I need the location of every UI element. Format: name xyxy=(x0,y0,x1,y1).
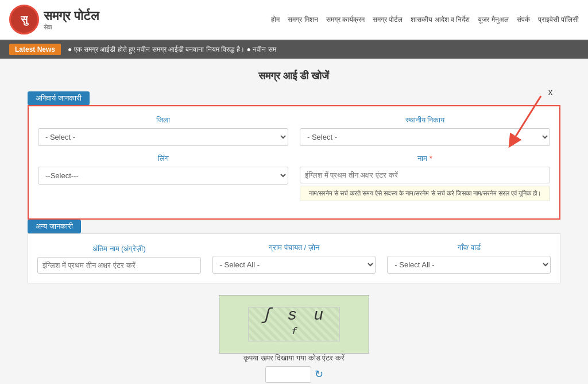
naam-group: नाम * नाम/सरनेम से सर्च करते समय ऐसे सदस… xyxy=(300,154,550,201)
nav-home[interactable]: होम xyxy=(271,16,280,24)
nav-manual[interactable]: यूजर मैनुअल xyxy=(478,16,508,24)
nav-portal[interactable]: समग्र पोर्टल xyxy=(373,16,403,24)
captcha-refresh-button[interactable]: ↻ xyxy=(315,368,323,381)
other-section: अन्य जानकारी अंतिम नाम (अंग्रेज़ी) ग्राम… xyxy=(28,220,560,283)
ling-select[interactable]: --Select--- xyxy=(38,167,288,185)
news-label: Latest News xyxy=(9,44,61,55)
other-section-label-text: अन्य जानकारी xyxy=(28,220,81,233)
news-text: ● एक समग्र आईडी होते हुए नवीन समग्र आईडी… xyxy=(68,45,276,53)
other-form-box: अंतिम नाम (अंग्रेज़ी) ग्राम पंचायत / ज़ो… xyxy=(28,233,560,283)
logo-area: सु समग्र पोर्टल सेवा xyxy=(9,5,99,34)
gram-panchayat-select[interactable]: - Select All - xyxy=(212,256,376,274)
svg-line-1 xyxy=(512,96,541,142)
mandatory-label-text: अनिवार्य जानकारी xyxy=(28,91,90,105)
nav-contact[interactable]: संपर्क xyxy=(517,16,530,24)
gaon-ward-select[interactable]: - Select All - xyxy=(387,256,551,274)
form-row-1: जिला - Select - स्थानीय निकाय - Select - xyxy=(38,116,550,146)
nav-orders[interactable]: शासकीय आदेश व निर्देश xyxy=(411,16,470,24)
nav-privacy[interactable]: प्राइवेसी पॉलिसी xyxy=(538,16,579,24)
jila-group: जिला - Select - xyxy=(38,116,288,146)
captcha-label: कृपया ऊपर दिखाया गया कोड एंटर करें xyxy=(28,354,560,363)
logo-icon: सु xyxy=(9,5,39,34)
antim-naam-input[interactable] xyxy=(37,257,201,274)
gram-panchayat-label: ग्राम पंचायत / ज़ोन xyxy=(212,243,376,252)
nav-program[interactable]: समग्र कार्यक्रम xyxy=(326,16,365,24)
other-form-row: अंतिम नाम (अंग्रेज़ी) ग्राम पंचायत / ज़ो… xyxy=(37,243,551,274)
antim-naam-label: अंतिम नाम (अंग्रेज़ी) xyxy=(37,244,201,254)
gaon-ward-label: गाँव/ वार्ड xyxy=(387,243,551,252)
nav-mission[interactable]: समग्र मिशन xyxy=(288,16,318,24)
close-button[interactable]: x xyxy=(548,87,552,97)
captcha-section: ʃ s u ᶠ कृपया ऊपर दिखाया गया कोड एंटर कर… xyxy=(28,295,560,385)
captcha-input[interactable] xyxy=(265,366,311,383)
logo-text: समग्र पोर्टल xyxy=(44,9,99,24)
gram-panchayat-group: ग्राम पंचायत / ज़ोन - Select All - xyxy=(212,243,376,274)
antim-naam-group: अंतिम नाम (अंग्रेज़ी) xyxy=(37,244,201,274)
jila-label: जिला xyxy=(38,116,288,125)
form-row-2: लिंग --Select--- नाम * नाम/सरनेम से सर्च… xyxy=(38,154,550,201)
main-content: समग्र आई डी खोजें x अनिवार्य जानकारी जिल… xyxy=(18,59,570,384)
header: सु समग्र पोर्टल सेवा होम समग्र मिशन समग्… xyxy=(0,0,588,40)
captcha-image: ʃ s u ᶠ xyxy=(248,307,340,341)
naam-input[interactable] xyxy=(300,167,550,183)
jila-select[interactable]: - Select - xyxy=(38,128,288,146)
logo-sub: सेवा xyxy=(44,24,99,31)
gaon-ward-group: गाँव/ वार्ड - Select All - xyxy=(387,243,551,274)
news-bar: Latest News ● एक समग्र आईडी होते हुए नवी… xyxy=(0,40,588,59)
naam-required: * xyxy=(430,154,432,163)
page-title: समग्र आई डी खोजें xyxy=(28,70,560,82)
naam-hint: नाम/सरनेम से सर्च करते समय ऐसे सदस्य के … xyxy=(300,186,550,201)
captcha-input-row: ↻ xyxy=(28,366,560,383)
annotation-arrow xyxy=(495,90,564,161)
ling-group: लिंग --Select--- xyxy=(38,154,288,201)
nav-links: होम समग्र मिशन समग्र कार्यक्रम समग्र पोर… xyxy=(271,16,579,24)
mandatory-form-box: जिला - Select - स्थानीय निकाय - Select -… xyxy=(28,105,560,220)
mandatory-section-label: अनिवार्य जानकारी xyxy=(28,91,560,105)
ling-label: लिंग xyxy=(38,154,288,163)
